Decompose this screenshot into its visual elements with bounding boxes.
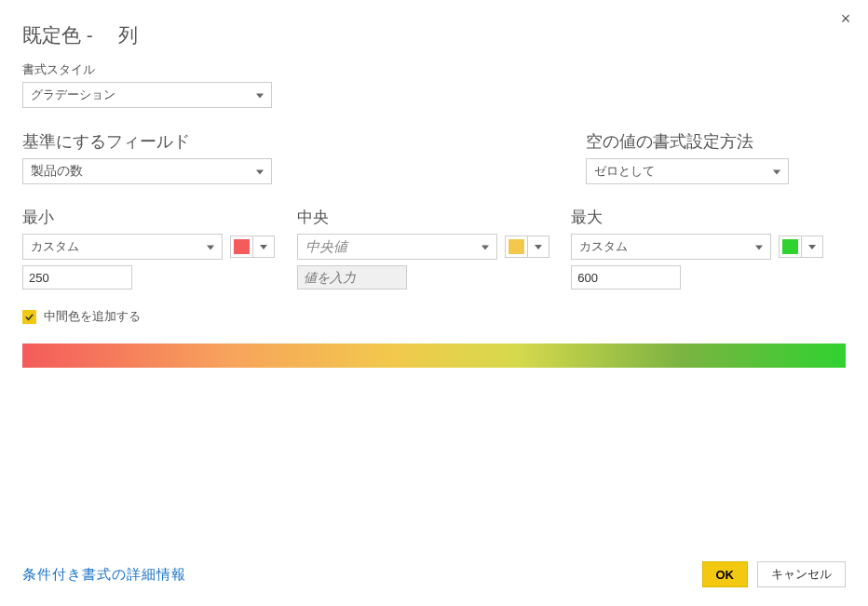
min-label: 最小 <box>22 207 297 228</box>
min-type-select[interactable]: カスタム <box>22 234 223 260</box>
max-color-dropdown[interactable] <box>801 236 823 258</box>
max-color-picker[interactable] <box>779 236 823 258</box>
max-color-inner <box>782 239 798 254</box>
empty-value-select[interactable]: ゼロとして <box>586 158 789 184</box>
center-value-input <box>297 265 407 290</box>
format-style-value: グラデーション <box>31 87 115 103</box>
center-type-select[interactable]: 中央値 <box>297 234 497 260</box>
center-type-value: 中央値 <box>305 238 347 256</box>
min-color-inner <box>234 239 250 254</box>
min-color-dropdown[interactable] <box>252 236 275 258</box>
conditional-format-link[interactable]: 条件付き書式の詳細情報 <box>22 566 186 584</box>
max-value-input[interactable] <box>571 265 681 290</box>
max-color-swatch <box>779 236 801 258</box>
min-value-input[interactable] <box>22 265 132 290</box>
format-style-select[interactable]: グラデーション <box>22 82 272 108</box>
center-label: 中央 <box>297 207 572 228</box>
base-field-value: 製品の数 <box>31 163 83 180</box>
center-color-picker[interactable] <box>505 236 549 258</box>
add-midcolor-label: 中間色を追加する <box>44 308 141 325</box>
base-field-select[interactable]: 製品の数 <box>22 158 272 184</box>
min-type-value: カスタム <box>31 238 79 255</box>
cancel-button[interactable]: キャンセル <box>757 561 846 587</box>
max-type-value: カスタム <box>579 238 628 255</box>
empty-value-label: 空の値の書式設定方法 <box>586 130 846 153</box>
close-icon: × <box>841 9 851 29</box>
center-color-inner <box>509 239 524 254</box>
close-button[interactable]: × <box>834 7 857 30</box>
base-field-label: 基準にするフィールド <box>22 130 586 153</box>
format-style-label: 書式スタイル <box>22 61 846 78</box>
min-color-swatch <box>230 236 252 258</box>
empty-value-value: ゼロとして <box>594 163 655 180</box>
dialog-title: 既定色 - 列 <box>22 22 846 48</box>
add-midcolor-checkbox[interactable] <box>22 310 36 324</box>
ok-button[interactable]: OK <box>702 561 749 587</box>
min-color-picker[interactable] <box>230 236 275 258</box>
max-label: 最大 <box>571 207 846 228</box>
gradient-preview <box>22 343 846 368</box>
center-color-swatch <box>505 236 527 258</box>
max-type-select[interactable]: カスタム <box>571 234 771 260</box>
center-color-dropdown[interactable] <box>527 236 549 258</box>
check-icon <box>24 312 34 322</box>
